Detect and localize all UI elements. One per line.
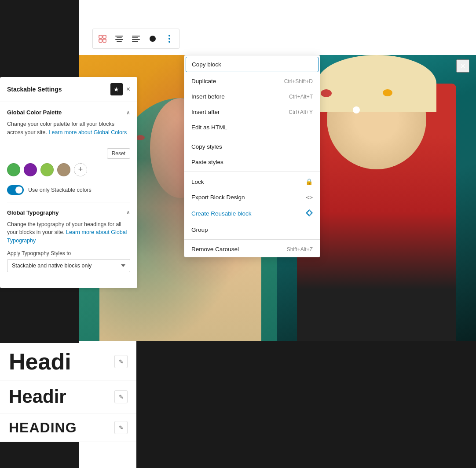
color-swatch-tan[interactable] <box>57 163 70 176</box>
black-bottom-bar <box>136 341 476 468</box>
carousel-close-button[interactable]: × <box>456 59 469 73</box>
settings-panel: Stackable Settings ★ × Global Color Pale… <box>0 77 137 288</box>
pencil-icon-3: ✎ <box>119 424 124 431</box>
context-menu: Copy block Duplicate Ctrl+Shift+D Insert… <box>184 55 320 257</box>
global-typography-title: Global Typography <box>7 209 59 216</box>
toolbar-list-btn[interactable] <box>128 31 144 47</box>
heading-row-h1: Headi ✎ <box>0 343 136 380</box>
svg-point-15 <box>168 41 170 43</box>
svg-rect-4 <box>115 36 123 37</box>
toggle-row: Use only Stackable colors <box>0 182 137 202</box>
diamond-icon <box>306 209 313 218</box>
menu-item-insert-before[interactable]: Insert before Ctrl+Alt+T <box>184 89 320 104</box>
svg-rect-11 <box>132 41 138 42</box>
star-button[interactable]: ★ <box>110 83 123 95</box>
color-palette-reset-row: Reset <box>0 144 137 163</box>
chevron-up-icon: ∧ <box>126 110 130 116</box>
svg-rect-1 <box>103 35 106 38</box>
heading-preview-h1: Headi <box>9 350 71 373</box>
menu-item-paste-styles[interactable]: Paste styles <box>184 154 320 170</box>
heading-h1-edit-button[interactable]: ✎ <box>114 355 128 368</box>
global-color-desc: Change your color palette for all your b… <box>7 120 130 137</box>
menu-item-duplicate[interactable]: Duplicate Ctrl+Shift+D <box>184 73 320 89</box>
heading-h3-edit-button[interactable]: ✎ <box>114 421 128 434</box>
reset-button[interactable]: Reset <box>107 148 130 159</box>
global-color-section: Global Color Palette ∧ Change your color… <box>0 102 137 144</box>
menu-divider-2 <box>184 172 320 172</box>
typography-desc: Change the typography of your headings f… <box>7 220 130 245</box>
menu-item-export[interactable]: Export Block Design <> <box>184 190 320 205</box>
apply-label: Apply Typography Styles to <box>7 250 130 256</box>
block-toolbar <box>92 29 179 49</box>
svg-rect-6 <box>115 39 123 40</box>
panel-close-button[interactable]: × <box>126 85 130 93</box>
toolbar-stackable-btn[interactable] <box>95 31 110 47</box>
svg-point-13 <box>168 35 170 37</box>
menu-item-copy-styles[interactable]: Copy styles <box>184 139 320 154</box>
svg-rect-0 <box>99 35 102 38</box>
svg-point-14 <box>168 38 170 40</box>
heading-h2-edit-button[interactable]: ✎ <box>114 390 128 403</box>
pencil-icon-2: ✎ <box>119 394 124 400</box>
heading-preview-h3: HEADING <box>9 420 77 435</box>
svg-rect-3 <box>103 39 106 42</box>
svg-point-12 <box>150 36 156 42</box>
toggle-label: Use only Stackable colors <box>28 187 92 193</box>
code-icon: <> <box>306 194 313 201</box>
menu-item-create-reusable[interactable]: Create Reusable block <box>184 205 320 222</box>
toolbar-more-btn[interactable] <box>161 31 177 47</box>
toolbar-settings-btn[interactable] <box>145 31 161 47</box>
svg-rect-8 <box>132 36 140 37</box>
svg-rect-5 <box>117 37 122 38</box>
toolbar-align-btn[interactable] <box>111 31 127 47</box>
color-swatch-purple[interactable] <box>24 163 37 176</box>
heading-row-h3: HEADING ✎ <box>0 413 136 442</box>
menu-item-edit-html[interactable]: Edit as HTML <box>184 120 320 135</box>
heading-preview-h2: Headir <box>9 388 66 406</box>
heading-row-h2: Headir ✎ <box>0 380 136 413</box>
global-color-title: Global Color Palette <box>7 109 62 116</box>
global-typography-header[interactable]: Global Typography ∧ <box>7 209 130 216</box>
add-color-button[interactable]: + <box>74 163 87 176</box>
menu-item-lock[interactable]: Lock 🔒 <box>184 174 320 190</box>
svg-rect-2 <box>99 39 102 42</box>
panel-header-icons: ★ × <box>110 83 130 95</box>
star-icon: ★ <box>114 86 119 93</box>
svg-rect-10 <box>132 39 140 40</box>
menu-item-copy-block[interactable]: Copy block <box>186 57 319 72</box>
svg-rect-7 <box>117 41 122 42</box>
svg-rect-9 <box>132 37 138 38</box>
global-color-header[interactable]: Global Color Palette ∧ <box>7 109 130 116</box>
panel-header: Stackable Settings ★ × <box>0 77 137 102</box>
pencil-icon: ✎ <box>119 358 124 365</box>
typography-dropdown[interactable]: Stackable and native blocks only All blo… <box>7 259 130 272</box>
lock-icon: 🔒 <box>305 178 313 185</box>
color-swatches: + <box>0 163 137 182</box>
global-typography-section: Global Typography ∧ Change the typograph… <box>0 202 137 279</box>
menu-item-remove-carousel[interactable]: Remove Carousel Shift+Alt+Z <box>184 241 320 257</box>
heading-previews: Headi ✎ Headir ✎ HEADING ✎ <box>0 343 136 442</box>
typography-chevron-up-icon: ∧ <box>126 209 130 216</box>
global-color-link[interactable]: Learn more about Global Colors <box>49 129 127 135</box>
menu-divider-1 <box>184 137 320 137</box>
stackable-colors-toggle[interactable] <box>7 185 24 195</box>
menu-item-insert-after[interactable]: Insert after Ctrl+Alt+Y <box>184 104 320 120</box>
menu-divider-3 <box>184 239 320 240</box>
menu-item-group[interactable]: Group <box>184 222 320 238</box>
color-swatch-lime[interactable] <box>40 163 54 176</box>
color-swatch-green[interactable] <box>7 163 20 176</box>
panel-title: Stackable Settings <box>7 86 62 93</box>
